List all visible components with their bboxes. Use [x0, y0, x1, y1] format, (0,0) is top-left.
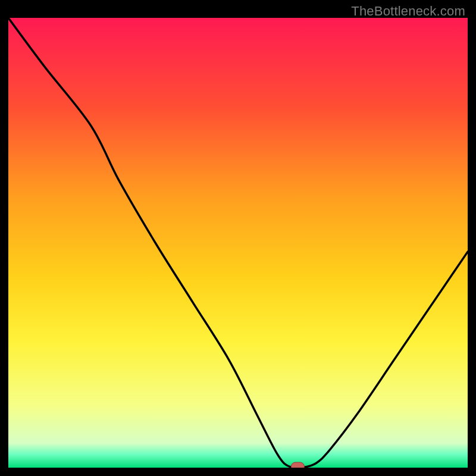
plot-svg [8, 18, 468, 468]
chart-frame: TheBottleneck.com [0, 0, 476, 476]
plot-area [8, 18, 468, 468]
gradient-background [8, 18, 468, 468]
optimal-marker [291, 462, 304, 468]
watermark-text: TheBottleneck.com [351, 4, 465, 19]
